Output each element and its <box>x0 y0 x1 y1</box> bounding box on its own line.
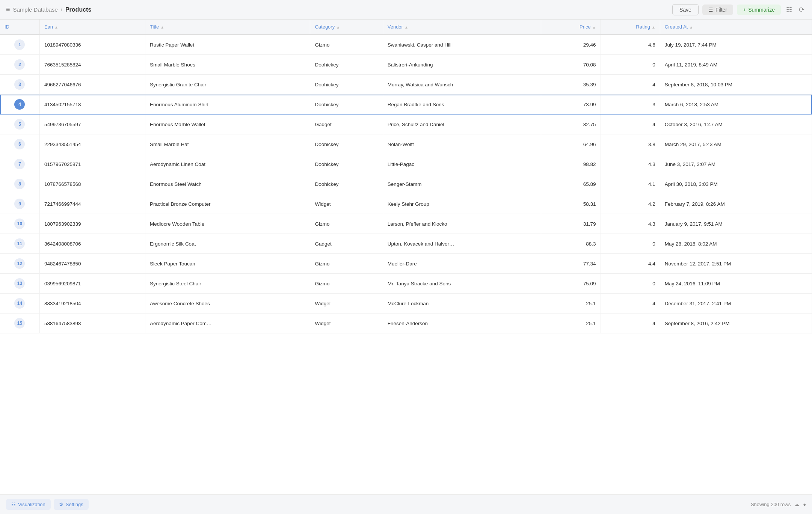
cell-vendor: Friesen-Anderson <box>383 314 541 333</box>
table-row[interactable]: 6 2293343551454 Small Marble Hat Doohick… <box>0 134 812 154</box>
cell-created-at: December 31, 2017, 2:41 PM <box>660 294 812 314</box>
cell-created-at: October 3, 2016, 1:47 AM <box>660 115 812 134</box>
settings-button[interactable]: ⚙ Settings <box>54 499 89 510</box>
cell-category: Gizmo <box>310 274 383 294</box>
cell-ean: 0157967025871 <box>39 154 145 174</box>
table-row[interactable]: 1 1018947080336 Rustic Paper Wallet Gizm… <box>0 35 812 55</box>
cell-ean: 7663515285824 <box>39 55 145 75</box>
cell-price: 31.79 <box>541 214 601 234</box>
cell-category: Gizmo <box>310 254 383 274</box>
table-row[interactable]: 15 5881647583898 Aerodynamic Paper Com… … <box>0 314 812 333</box>
cell-category: Doohickey <box>310 75 383 95</box>
settings-label: Settings <box>66 502 83 507</box>
table-row[interactable]: 13 0399569209871 Synergistic Steel Chair… <box>0 274 812 294</box>
cell-title: Ergonomic Silk Coat <box>145 234 310 254</box>
id-badge: 4 <box>14 99 25 110</box>
table-row[interactable]: 5 5499736705597 Enormous Marble Wallet G… <box>0 115 812 134</box>
cell-rating: 4.3 <box>601 214 660 234</box>
table-row[interactable]: 3 4966277046676 Synergistic Granite Chai… <box>0 75 812 95</box>
id-badge: 8 <box>14 179 25 189</box>
cell-rating: 4 <box>601 314 660 333</box>
cell-price: 25.1 <box>541 314 601 333</box>
cell-ean: 5881647583898 <box>39 314 145 333</box>
col-header-title[interactable]: Title▲ <box>145 20 310 35</box>
refresh-button[interactable]: ⟳ <box>797 4 806 15</box>
table-row[interactable]: 14 8833419218504 Awesome Concrete Shoes … <box>0 294 812 314</box>
table-row[interactable]: 11 3642408008706 Ergonomic Silk Coat Gad… <box>0 234 812 254</box>
app-header: ≡ Sample Database / Products Save ☰ Filt… <box>0 0 812 20</box>
cell-vendor: Price, Schultz and Daniel <box>383 115 541 134</box>
col-header-ean[interactable]: Ean▲ <box>39 20 145 35</box>
table-row[interactable]: 10 1807963902339 Mediocre Wooden Table G… <box>0 214 812 234</box>
id-badge: 14 <box>14 298 25 309</box>
id-badge: 10 <box>14 219 25 229</box>
cell-ean: 4134502155718 <box>39 95 145 115</box>
breadcrumb: ≡ Sample Database / Products <box>6 6 91 14</box>
cell-rating: 4 <box>601 294 660 314</box>
filter-button[interactable]: ☰ Filter <box>702 5 733 15</box>
cell-title: Synergistic Steel Chair <box>145 274 310 294</box>
cell-ean: 1018947080336 <box>39 35 145 55</box>
cell-price: 65.89 <box>541 174 601 194</box>
table-row[interactable]: 8 1078766578568 Enormous Steel Watch Doo… <box>0 174 812 194</box>
col-header-id[interactable]: ID <box>0 20 39 35</box>
cell-category: Doohickey <box>310 95 383 115</box>
cell-price: 29.46 <box>541 35 601 55</box>
cell-title: Enormous Aluminum Shirt <box>145 95 310 115</box>
chart-icon: ☷ <box>11 502 16 507</box>
cell-rating: 4 <box>601 115 660 134</box>
cell-created-at: July 19, 2017, 7:44 PM <box>660 35 812 55</box>
cell-ean: 2293343551454 <box>39 134 145 154</box>
cell-price: 88.3 <box>541 234 601 254</box>
col-header-category[interactable]: Category▲ <box>310 20 383 35</box>
cell-price: 64.96 <box>541 134 601 154</box>
table-row[interactable]: 4 4134502155718 Enormous Aluminum Shirt … <box>0 95 812 115</box>
cell-created-at: May 28, 2018, 8:02 AM <box>660 234 812 254</box>
cell-price: 98.82 <box>541 154 601 174</box>
col-header-vendor[interactable]: Vendor▲ <box>383 20 541 35</box>
cell-vendor: Swaniawski, Casper and Hilll <box>383 35 541 55</box>
col-header-rating[interactable]: Rating▲ <box>601 20 660 35</box>
save-button[interactable]: Save <box>672 4 699 15</box>
cell-vendor: McClure-Lockman <box>383 294 541 314</box>
view-options-button[interactable]: ☷ <box>785 4 794 15</box>
cell-price: 58.31 <box>541 194 601 214</box>
data-table-container: ID Ean▲ Title▲ Category▲ Vendor▲ Price▲ <box>0 20 812 494</box>
table-row[interactable]: 7 0157967025871 Aerodynamic Linen Coat D… <box>0 154 812 174</box>
breadcrumb-current: Products <box>65 6 91 13</box>
cell-created-at: April 11, 2019, 8:49 AM <box>660 55 812 75</box>
cell-title: Rustic Paper Wallet <box>145 35 310 55</box>
id-badge: 2 <box>14 59 25 70</box>
cell-id: 6 <box>0 134 39 154</box>
col-header-price[interactable]: Price▲ <box>541 20 601 35</box>
id-badge: 3 <box>14 79 25 90</box>
id-badge: 5 <box>14 119 25 130</box>
cell-id: 7 <box>0 154 39 174</box>
cell-rating: 4.2 <box>601 194 660 214</box>
cell-price: 70.08 <box>541 55 601 75</box>
cell-id: 1 <box>0 35 39 55</box>
cell-price: 77.34 <box>541 254 601 274</box>
header-actions: Save ☰ Filter + Summarize ☷ ⟳ <box>672 4 806 15</box>
cell-rating: 0 <box>601 274 660 294</box>
cell-title: Small Marble Hat <box>145 134 310 154</box>
cell-title: Enormous Steel Watch <box>145 174 310 194</box>
visualization-button[interactable]: ☷ Visualization <box>6 499 51 510</box>
cell-id: 13 <box>0 274 39 294</box>
summarize-button[interactable]: + Summarize <box>737 5 781 15</box>
table-row[interactable]: 12 9482467478850 Sleek Paper Toucan Gizm… <box>0 254 812 274</box>
rows-count: Showing 200 rows <box>751 502 791 507</box>
cell-title: Sleek Paper Toucan <box>145 254 310 274</box>
cell-title: Synergistic Granite Chair <box>145 75 310 95</box>
table-row[interactable]: 9 7217466997444 Practical Bronze Compute… <box>0 194 812 214</box>
cell-category: Widget <box>310 314 383 333</box>
cell-id: 9 <box>0 194 39 214</box>
cell-created-at: September 8, 2018, 10:03 PM <box>660 75 812 95</box>
visualization-label: Visualization <box>18 502 45 507</box>
cell-vendor: Balistreri-Ankunding <box>383 55 541 75</box>
table-row[interactable]: 2 7663515285824 Small Marble Shoes Doohi… <box>0 55 812 75</box>
filter-icon: ☰ <box>708 7 713 13</box>
cell-created-at: June 3, 2017, 3:07 AM <box>660 154 812 174</box>
col-header-created-at[interactable]: Created At▲ <box>660 20 812 35</box>
cell-title: Practical Bronze Computer <box>145 194 310 214</box>
